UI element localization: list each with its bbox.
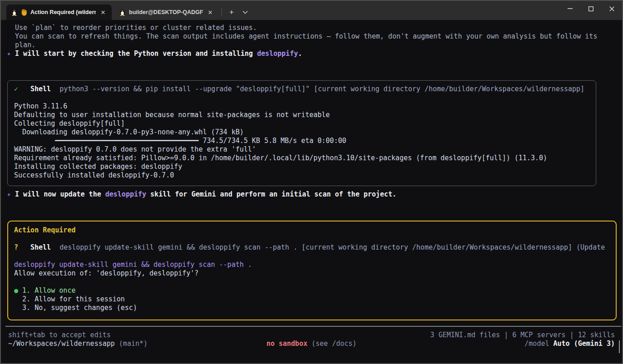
gemini-star-icon: ✦ (7, 190, 11, 198)
option-no-suggest[interactable]: 3. No, suggest changes (esc) (14, 304, 609, 312)
scrollbar-thumb[interactable] (619, 340, 620, 353)
tux-icon (11, 9, 18, 16)
tab-builder-desktop[interactable]: builder@DESKTOP-QADGF36: ✕ (114, 5, 219, 20)
model-name: Auto (Gemini 3) (554, 339, 615, 348)
statusbar-divider (5, 326, 621, 327)
attention-hand-icon (21, 9, 27, 16)
gemini-star-icon: ✦ (7, 49, 11, 58)
tool-label: Shell (30, 243, 51, 252)
shell-output-line: Downloading desloppify-0.7.0-py3-none-an… (14, 128, 589, 137)
shell-command: python3 --version && pip install --upgra… (59, 85, 589, 93)
hint-line: plan. (7, 41, 622, 49)
shell-output-line: Successfully installed desloppify-0.7.0 (14, 171, 589, 180)
titlebar: Action Required (wilderne ✕ builder@DESK… (1, 1, 622, 20)
tux-icon (119, 9, 126, 16)
success-check-icon: ✓ (14, 85, 30, 93)
tab-action-required[interactable]: Action Required (wilderne ✕ (6, 5, 112, 20)
allow-execution-question: Allow execution of: 'desloppify, deslopp… (14, 269, 609, 278)
hint-line: You can scan to refresh things. The scan… (7, 32, 622, 41)
desloppify-highlight: desloppify (105, 190, 146, 198)
assistant-message: ✦ I will now update the desloppify skill… (7, 190, 622, 199)
tab-title: Action Required (wilderne (30, 9, 96, 15)
desloppify-highlight: desloppify (257, 49, 298, 58)
selected-bullet-icon: ● (14, 286, 18, 295)
option-allow-once[interactable]: ● 1. Allow once (14, 286, 609, 295)
shell-output-line: WARNING: desloppify 0.7.0 does not provi… (14, 145, 589, 154)
shell-output-line: Collecting desloppify[full] (14, 119, 589, 128)
shell-output-line: Installing collected packages: desloppif… (14, 162, 589, 171)
command-echo: desloppify update-skill gemini && deslop… (14, 261, 609, 269)
shell-tool-call-box: ✓Shellpython3 --version && pip install -… (7, 80, 596, 186)
prompt-question-icon: ? (14, 243, 30, 252)
download-progress-bar: ━━━━━━━━━━━━━━━━━━━━━━━━━━━━━━━━━━━ 734.… (14, 137, 589, 145)
sandbox-status: no sandbox (see /docs) (267, 339, 357, 348)
pending-shell-command: desloppify update-skill gemini && deslop… (59, 243, 609, 252)
tab-dropdown-button[interactable] (238, 6, 252, 18)
accept-edits-hint: shift+tab to accept edits (8, 331, 267, 339)
terminal-window: Action Required (wilderne ✕ builder@DESK… (0, 0, 623, 364)
tab-separator (222, 8, 222, 16)
tab-close-icon[interactable]: ✕ (206, 8, 214, 16)
maximize-button[interactable] (580, 1, 601, 16)
new-tab-button[interactable]: + (225, 6, 238, 18)
cwd-and-branch: ~/Workspaces/wildernessapp (main*) (8, 339, 267, 348)
tab-close-icon[interactable]: ✕ (99, 8, 107, 16)
git-branch: (main*) (115, 339, 148, 348)
option-allow-session[interactable]: 2. Allow for this session (14, 295, 609, 304)
shell-output-line: Python 3.11.6 (14, 102, 589, 111)
shell-output-line: Requirement already satisfied: Pillow>=9… (14, 154, 589, 162)
assistant-message: ✦ I will start by checking the Python ve… (7, 49, 622, 58)
cwd-path: ~/Workspaces/wildernessapp (8, 339, 115, 348)
statusbar: shift+tab to accept edits ~/Workspaces/w… (7, 331, 622, 348)
close-button[interactable] (601, 1, 622, 16)
model-indicator: /model Auto (Gemini 3) (356, 339, 615, 348)
tool-label: Shell (30, 85, 51, 93)
hint-line: Use `plan` to reorder priorities or clus… (7, 24, 622, 32)
shell-output-line: Defaulting to user installation because … (14, 111, 589, 119)
action-required-box: Action Required ?Shelldesloppify update-… (7, 221, 617, 320)
action-required-title: Action Required (14, 226, 609, 235)
tab-title: builder@DESKTOP-QADGF36: (129, 9, 203, 15)
minimize-button[interactable] (559, 1, 580, 16)
terminal-content: Use `plan` to reorder priorities or clus… (1, 20, 622, 348)
context-summary: 3 GEMINI.md files | 6 MCP servers | 12 s… (356, 331, 615, 339)
